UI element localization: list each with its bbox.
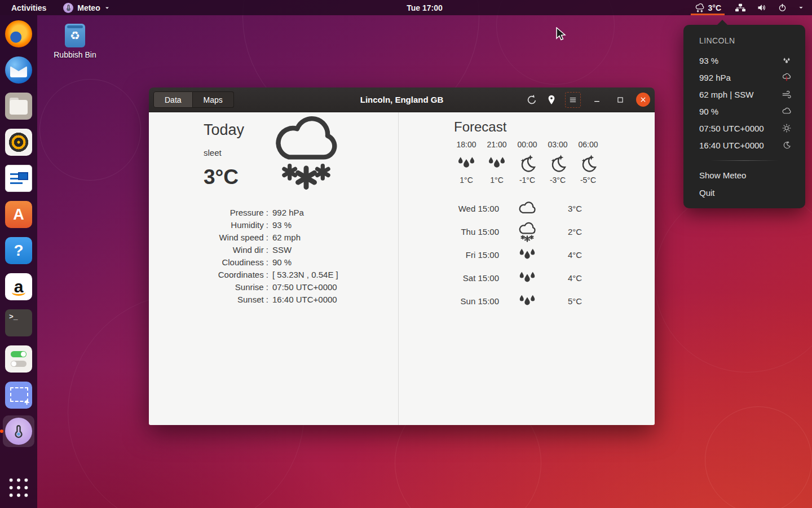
detail-label: Humidity :	[149, 219, 268, 231]
network-icon[interactable]	[735, 3, 745, 12]
popup-stat-value: 93 %	[699, 56, 782, 65]
close-button[interactable]	[636, 93, 650, 107]
detail-row: Coordinates :[ 53.23N , 0.54E ]	[149, 269, 398, 281]
detail-value: 93 %	[272, 219, 292, 231]
top-bar: Activities Meteo Tue 17:00 3°C	[0, 0, 812, 15]
app-grid-icon	[7, 476, 30, 499]
detail-row: Wind dir :SSW	[149, 244, 398, 256]
dock-item-app-grid[interactable]	[7, 476, 30, 499]
hour-temp: -5°C	[573, 176, 603, 185]
weather-details: Pressure :992 hPaHumidity :93 %Wind spee…	[149, 207, 398, 306]
dock-item-rhythmbox[interactable]	[5, 129, 32, 156]
dock-item-libreoffice-writer[interactable]	[5, 165, 32, 192]
rain-icon	[486, 153, 508, 174]
detail-label: Wind dir :	[149, 244, 268, 256]
forecast-hour-column: 06:00-5°C	[573, 140, 603, 185]
hour-temp: -3°C	[542, 176, 573, 185]
popup-stat-value: 07:50 UTC+0000	[699, 124, 782, 133]
refresh-button[interactable]	[526, 92, 538, 108]
weather-sleet-icon	[694, 3, 705, 13]
popup-stat-row: 16:40 UTC+0000	[683, 137, 805, 154]
dock-item-help[interactable]: ?	[5, 237, 32, 264]
day-temp: 2°C	[555, 227, 655, 237]
hour-time: 21:00	[482, 140, 512, 149]
moon-stars-icon	[547, 153, 568, 174]
tab-maps[interactable]: Maps	[193, 91, 234, 108]
detail-label: Cloudiness :	[149, 256, 268, 269]
popup-stat-value: 62 mph | SSW	[699, 90, 782, 99]
ubuntu-software-icon: A	[5, 201, 32, 228]
window-title: Lincoln, England GB	[360, 95, 444, 104]
show-meteo-menu-item[interactable]: Show Meteo	[683, 167, 805, 184]
menu-separator	[710, 160, 778, 161]
activities-button[interactable]: Activities	[9, 0, 48, 15]
thunderbird-icon	[5, 56, 32, 84]
hour-temp: 1°C	[451, 176, 482, 185]
dock-item-screenshot[interactable]	[5, 382, 32, 409]
meteo-thermometer-icon	[5, 418, 32, 445]
dock-item-files[interactable]	[5, 93, 32, 120]
dock-item-ubuntu-software[interactable]: A	[5, 201, 32, 228]
meteo-window: Data Maps Lincoln, England GB Today slee…	[149, 87, 655, 425]
clock[interactable]: Tue 17:00	[407, 0, 443, 15]
hour-time: 18:00	[451, 140, 482, 149]
hour-time: 00:00	[512, 140, 542, 149]
today-temperature: 3°C	[204, 165, 244, 189]
view-switcher: Data Maps	[153, 91, 234, 108]
dock-item-settings[interactable]	[5, 345, 32, 373]
humidity-drops-icon	[782, 55, 792, 65]
popup-stat-row: 93 %	[683, 52, 805, 69]
weather-indicator[interactable]: 3°C	[691, 0, 725, 15]
wallpaper-circle	[39, 79, 141, 181]
settings-icon	[5, 345, 32, 373]
minimize-button[interactable]	[589, 92, 604, 108]
tab-data[interactable]: Data	[153, 91, 193, 108]
titlebar[interactable]: Data Maps Lincoln, England GB	[149, 87, 655, 112]
rhythmbox-icon	[5, 129, 32, 156]
app-menu[interactable]: Meteo	[61, 0, 112, 15]
maximize-button[interactable]	[612, 92, 628, 108]
detail-value: 62 mph	[272, 231, 301, 244]
daily-forecast: Wed 15:003°CThu 15:002°CFri 15:004°CSat …	[399, 197, 655, 313]
dock-item-terminal[interactable]: >_	[5, 309, 32, 336]
dock-item-firefox[interactable]	[5, 20, 32, 47]
detail-row: Sunrise :07:50 UTC+0000	[149, 281, 398, 294]
dock-item-amazon[interactable]: a	[5, 273, 32, 300]
day-temp: 4°C	[555, 250, 655, 260]
detail-row: Humidity :93 %	[149, 219, 398, 231]
dock-item-thunderbird[interactable]	[5, 56, 32, 84]
popup-city-title: LINCOLN	[683, 34, 805, 52]
sunrise-icon	[782, 123, 792, 133]
rubbish-bin-desktop-icon[interactable]: ♻ Rubbish Bin	[52, 24, 98, 59]
hour-time: 06:00	[573, 140, 603, 149]
wallpaper-circle	[705, 406, 812, 508]
weather-indicator-temp: 3°C	[708, 3, 722, 12]
menu-button[interactable]	[565, 92, 581, 108]
detail-label: Wind speed :	[149, 231, 268, 244]
detail-row: Cloudiness :90 %	[149, 256, 398, 269]
power-icon[interactable]	[778, 3, 787, 12]
dock-item-meteo-thermometer[interactable]	[5, 418, 32, 445]
trash-icon: ♻	[65, 24, 85, 47]
hourly-forecast: 18:001°C21:001°C00:00-1°C03:00-3°C06:00-…	[451, 140, 603, 185]
moon-stars-icon	[577, 153, 599, 174]
detail-label: Pressure :	[149, 207, 268, 219]
quit-menu-item[interactable]: Quit	[683, 184, 805, 202]
chevron-down-icon[interactable]	[798, 5, 804, 11]
libreoffice-writer-icon	[5, 165, 32, 192]
detail-row: Pressure :992 hPa	[149, 207, 398, 219]
popup-stat-value: 90 %	[699, 107, 782, 116]
volume-icon[interactable]	[756, 3, 767, 12]
forecast-hour-column: 00:00-1°C	[512, 140, 542, 185]
today-pane: Today sleet 3°C Pressure :992 hPaHumidit…	[149, 112, 399, 425]
files-icon	[5, 93, 32, 120]
forecast-day-row: Sat 15:004°C	[399, 266, 655, 290]
detail-label: Coordinates :	[149, 269, 268, 281]
forecast-heading: Forecast	[454, 119, 506, 135]
day-label: Sat 15:00	[399, 273, 499, 283]
popup-stat-row: 992 hPa	[683, 69, 805, 86]
location-pin-button[interactable]	[546, 92, 557, 108]
hour-time: 03:00	[542, 140, 573, 149]
sunset-icon	[782, 140, 792, 150]
forecast-day-row: Thu 15:002°C	[399, 220, 655, 243]
